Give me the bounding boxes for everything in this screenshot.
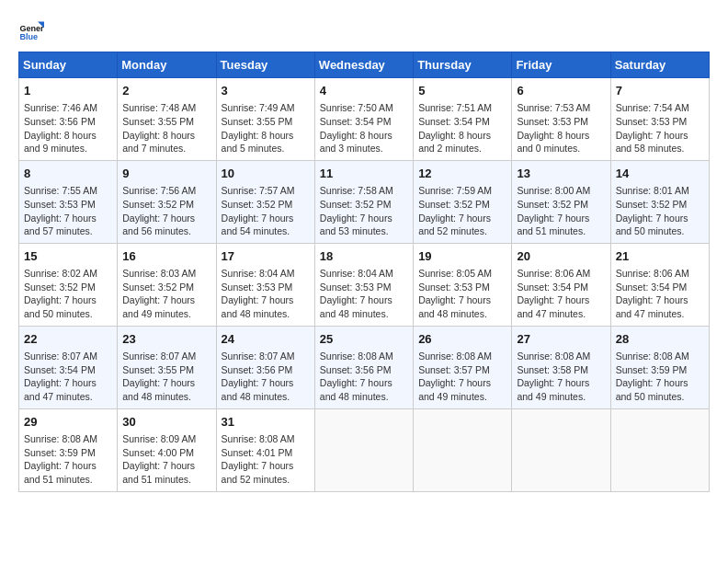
logo: General Blue xyxy=(18,18,48,44)
day-number: 15 xyxy=(24,248,112,265)
day-number: 5 xyxy=(418,83,506,99)
calendar-cell: 4Sunrise: 7:50 AMSunset: 3:54 PMDaylight… xyxy=(314,78,413,161)
sunrise-text: Sunrise: 8:03 AM xyxy=(122,267,210,281)
calendar-cell: 20Sunrise: 8:06 AMSunset: 3:54 PMDayligh… xyxy=(512,243,610,326)
sunrise-text: Sunrise: 8:08 AM xyxy=(616,350,704,363)
calendar-cell: 19Sunrise: 8:05 AMSunset: 3:53 PMDayligh… xyxy=(414,243,512,326)
calendar-cell: 9Sunrise: 7:56 AMSunset: 3:52 PMDaylight… xyxy=(118,160,216,243)
daylight-text: Daylight: 7 hours and 51 minutes. xyxy=(122,459,210,486)
daylight-text: Daylight: 7 hours and 58 minutes. xyxy=(616,129,704,155)
sunset-text: Sunset: 3:57 PM xyxy=(418,363,506,377)
day-number: 13 xyxy=(517,166,605,182)
day-number: 24 xyxy=(222,331,310,348)
calendar-cell: 24Sunrise: 8:07 AMSunset: 3:56 PMDayligh… xyxy=(216,326,314,408)
sunset-text: Sunset: 3:59 PM xyxy=(616,363,704,377)
calendar-cell: 26Sunrise: 8:08 AMSunset: 3:57 PMDayligh… xyxy=(414,326,512,408)
day-number: 28 xyxy=(616,331,704,348)
sunrise-text: Sunrise: 8:08 AM xyxy=(222,432,310,446)
day-number: 20 xyxy=(517,248,605,265)
sunrise-text: Sunrise: 8:06 AM xyxy=(616,267,704,281)
column-header-monday: Monday xyxy=(118,52,216,78)
daylight-text: Daylight: 7 hours and 49 minutes. xyxy=(517,376,605,403)
sunrise-text: Sunrise: 7:51 AM xyxy=(418,101,506,115)
calendar-cell: 25Sunrise: 8:08 AMSunset: 3:56 PMDayligh… xyxy=(314,326,413,408)
daylight-text: Daylight: 7 hours and 51 minutes. xyxy=(517,212,605,238)
sunset-text: Sunset: 3:56 PM xyxy=(222,363,310,377)
calendar-week-row: 8Sunrise: 7:55 AMSunset: 3:53 PMDaylight… xyxy=(19,160,710,243)
sunset-text: Sunset: 3:54 PM xyxy=(418,115,506,129)
sunset-text: Sunset: 3:52 PM xyxy=(222,198,310,212)
day-number: 18 xyxy=(320,248,408,265)
sunset-text: Sunset: 3:56 PM xyxy=(24,115,112,129)
day-number: 6 xyxy=(517,83,605,99)
sunrise-text: Sunrise: 7:57 AM xyxy=(222,184,310,198)
sunrise-text: Sunrise: 7:55 AM xyxy=(24,184,112,198)
day-number: 30 xyxy=(122,414,210,431)
sunrise-text: Sunrise: 7:53 AM xyxy=(517,101,605,115)
sunset-text: Sunset: 3:52 PM xyxy=(24,281,112,294)
sunset-text: Sunset: 3:53 PM xyxy=(24,198,112,212)
day-number: 26 xyxy=(418,331,506,348)
logo-icon: General Blue xyxy=(18,18,44,44)
day-number: 25 xyxy=(320,331,408,348)
calendar-cell xyxy=(610,408,709,491)
day-number: 8 xyxy=(24,166,112,182)
sunrise-text: Sunrise: 7:58 AM xyxy=(320,184,408,198)
day-number: 21 xyxy=(616,248,704,265)
daylight-text: Daylight: 8 hours and 9 minutes. xyxy=(24,129,112,155)
calendar-cell xyxy=(314,408,413,491)
day-number: 19 xyxy=(418,248,506,265)
daylight-text: Daylight: 8 hours and 5 minutes. xyxy=(222,129,310,155)
calendar-cell: 29Sunrise: 8:08 AMSunset: 3:59 PMDayligh… xyxy=(19,408,118,491)
daylight-text: Daylight: 7 hours and 48 minutes. xyxy=(122,376,210,403)
calendar-cell: 30Sunrise: 8:09 AMSunset: 4:00 PMDayligh… xyxy=(118,408,216,491)
calendar-cell: 3Sunrise: 7:49 AMSunset: 3:55 PMDaylight… xyxy=(216,78,314,161)
sunset-text: Sunset: 3:52 PM xyxy=(122,198,210,212)
calendar-cell: 5Sunrise: 7:51 AMSunset: 3:54 PMDaylight… xyxy=(414,78,512,161)
calendar-cell: 14Sunrise: 8:01 AMSunset: 3:52 PMDayligh… xyxy=(610,160,709,243)
sunrise-text: Sunrise: 8:06 AM xyxy=(517,267,605,281)
daylight-text: Daylight: 7 hours and 48 minutes. xyxy=(418,293,506,320)
sunrise-text: Sunrise: 8:07 AM xyxy=(222,350,310,363)
daylight-text: Daylight: 7 hours and 56 minutes. xyxy=(122,212,210,238)
sunrise-text: Sunrise: 7:46 AM xyxy=(24,101,112,115)
daylight-text: Daylight: 7 hours and 47 minutes. xyxy=(24,376,112,403)
sunrise-text: Sunrise: 8:07 AM xyxy=(122,350,210,363)
daylight-text: Daylight: 8 hours and 2 minutes. xyxy=(418,129,506,155)
daylight-text: Daylight: 7 hours and 53 minutes. xyxy=(320,212,408,238)
sunrise-text: Sunrise: 8:07 AM xyxy=(24,350,112,363)
calendar-cell: 7Sunrise: 7:54 AMSunset: 3:53 PMDaylight… xyxy=(610,78,709,161)
calendar-cell: 22Sunrise: 8:07 AMSunset: 3:54 PMDayligh… xyxy=(19,326,118,408)
sunrise-text: Sunrise: 7:59 AM xyxy=(418,184,506,198)
calendar-cell: 23Sunrise: 8:07 AMSunset: 3:55 PMDayligh… xyxy=(118,326,216,408)
daylight-text: Daylight: 7 hours and 48 minutes. xyxy=(320,376,408,403)
sunrise-text: Sunrise: 7:54 AM xyxy=(616,101,704,115)
sunrise-text: Sunrise: 8:08 AM xyxy=(418,350,506,363)
sunrise-text: Sunrise: 7:50 AM xyxy=(320,101,408,115)
sunset-text: Sunset: 3:53 PM xyxy=(418,281,506,294)
sunrise-text: Sunrise: 8:05 AM xyxy=(418,267,506,281)
column-header-thursday: Thursday xyxy=(414,52,512,78)
calendar-cell: 2Sunrise: 7:48 AMSunset: 3:55 PMDaylight… xyxy=(118,78,216,161)
calendar-cell: 21Sunrise: 8:06 AMSunset: 3:54 PMDayligh… xyxy=(610,243,709,326)
sunset-text: Sunset: 3:54 PM xyxy=(24,363,112,377)
sunset-text: Sunset: 3:54 PM xyxy=(616,281,704,294)
calendar-week-row: 15Sunrise: 8:02 AMSunset: 3:52 PMDayligh… xyxy=(19,243,710,326)
calendar-cell: 17Sunrise: 8:04 AMSunset: 3:53 PMDayligh… xyxy=(216,243,314,326)
daylight-text: Daylight: 7 hours and 54 minutes. xyxy=(222,212,310,238)
daylight-text: Daylight: 7 hours and 50 minutes. xyxy=(24,293,112,320)
calendar-cell: 8Sunrise: 7:55 AMSunset: 3:53 PMDaylight… xyxy=(19,160,118,243)
svg-text:Blue: Blue xyxy=(19,32,38,41)
daylight-text: Daylight: 7 hours and 50 minutes. xyxy=(616,212,704,238)
calendar-cell xyxy=(512,408,610,491)
sunset-text: Sunset: 3:52 PM xyxy=(418,198,506,212)
sunset-text: Sunset: 3:53 PM xyxy=(616,115,704,129)
column-header-tuesday: Tuesday xyxy=(216,52,314,78)
daylight-text: Daylight: 7 hours and 48 minutes. xyxy=(222,293,310,320)
calendar-cell: 31Sunrise: 8:08 AMSunset: 4:01 PMDayligh… xyxy=(216,408,314,491)
column-header-friday: Friday xyxy=(512,52,610,78)
calendar-header-row: SundayMondayTuesdayWednesdayThursdayFrid… xyxy=(19,52,710,78)
calendar-cell: 15Sunrise: 8:02 AMSunset: 3:52 PMDayligh… xyxy=(19,243,118,326)
sunset-text: Sunset: 3:56 PM xyxy=(320,363,408,377)
calendar-week-row: 29Sunrise: 8:08 AMSunset: 3:59 PMDayligh… xyxy=(19,408,710,491)
